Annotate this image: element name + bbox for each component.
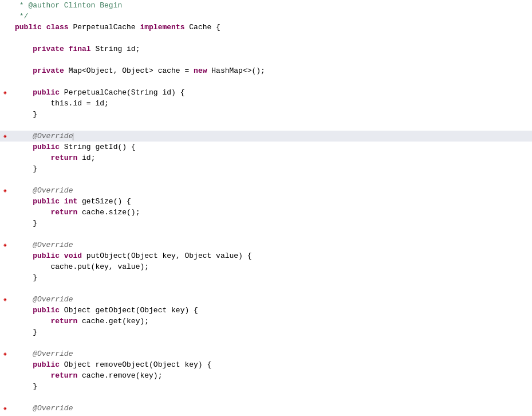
- syntax-token: */: [15, 12, 28, 21]
- code-line: * @author Clinton Begin: [0, 0, 532, 11]
- code-text: @Override: [10, 240, 532, 250]
- gutter-marker: [0, 196, 10, 207]
- code-text: [10, 33, 532, 44]
- syntax-token: cache.get(key);: [77, 317, 149, 325]
- code-text: public class PerpetualCache implements C…: [10, 22, 532, 33]
- code-text: return id;: [10, 152, 532, 163]
- gutter-marker: [0, 98, 10, 109]
- gutter-marker: [0, 152, 10, 163]
- code-text: private final String id;: [10, 44, 532, 54]
- gutter-marker: [0, 44, 10, 54]
- syntax-token: [64, 45, 69, 53]
- code-line: public void putObject(Object key, Object…: [0, 250, 532, 261]
- code-text: cache.put(key, value);: [10, 261, 532, 272]
- code-line: return cache.size();: [0, 207, 532, 218]
- code-text: public Object removeObject(Object key) {: [10, 359, 532, 370]
- code-text: ...: [10, 414, 532, 416]
- code-line: ◉ @Override: [0, 403, 532, 414]
- code-text: [10, 392, 532, 403]
- syntax-token: @Override: [33, 295, 73, 304]
- code-line: [0, 283, 532, 294]
- syntax-token: int: [64, 197, 77, 206]
- syntax-token: final: [69, 45, 91, 53]
- code-line: private final String id;: [0, 44, 532, 54]
- gutter-marker: ◉: [0, 131, 10, 142]
- code-line: return cache.remove(key);: [0, 370, 532, 381]
- syntax-token: [15, 208, 50, 217]
- syntax-token: @Override: [33, 241, 73, 249]
- syntax-token: cache.size();: [77, 208, 140, 217]
- code-text: }: [10, 109, 532, 120]
- code-line: [0, 33, 532, 44]
- code-text: return cache.size();: [10, 207, 532, 218]
- syntax-token: [15, 241, 33, 249]
- syntax-token: this.id = id;: [15, 99, 109, 108]
- syntax-token: [15, 317, 50, 325]
- code-line: }: [0, 272, 532, 283]
- gutter-marker: [0, 142, 10, 152]
- code-text: @Override: [10, 185, 532, 196]
- code-line: ◉ @Override: [0, 131, 532, 142]
- syntax-token: @Override: [33, 186, 73, 195]
- syntax-token: [15, 45, 33, 53]
- code-line: ◉ @Override: [0, 185, 532, 196]
- code-text: public void putObject(Object key, Object…: [10, 250, 532, 261]
- code-line: cache.put(key, value);: [0, 261, 532, 272]
- syntax-token: @Override: [33, 350, 73, 358]
- syntax-token: [15, 66, 33, 75]
- code-text: @Override: [10, 131, 532, 142]
- gutter-marker: [0, 174, 10, 185]
- gutter-marker: [0, 11, 10, 22]
- code-line: ...: [0, 414, 532, 416]
- code-line: }: [0, 163, 532, 174]
- syntax-token: public: [33, 252, 60, 260]
- gutter-marker: ◉: [0, 348, 10, 359]
- code-line: [0, 337, 532, 348]
- code-text: [10, 54, 532, 65]
- code-line: return id;: [0, 152, 532, 163]
- syntax-token: Cache {: [184, 23, 220, 32]
- syntax-token: [15, 295, 33, 304]
- code-text: [10, 76, 532, 87]
- gutter-marker: [0, 120, 10, 131]
- code-line: private Map<Object, Object> cache = new …: [0, 65, 532, 76]
- syntax-token: return: [50, 371, 77, 380]
- syntax-token: [15, 404, 33, 413]
- gutter-marker: [0, 359, 10, 370]
- syntax-token: String getId() {: [60, 143, 136, 151]
- syntax-token: private: [33, 66, 64, 75]
- code-line: public Object removeObject(Object key) {: [0, 359, 532, 370]
- syntax-token: String id;: [91, 45, 140, 53]
- code-line: [0, 174, 532, 185]
- code-line: public Object getObject(Object key) {: [0, 305, 532, 316]
- syntax-token: [15, 371, 50, 380]
- code-text: private Map<Object, Object> cache = new …: [10, 65, 532, 76]
- code-editor[interactable]: * @author Clinton Begin */public class P…: [0, 0, 532, 416]
- syntax-token: }: [15, 164, 37, 173]
- code-text: return cache.get(key);: [10, 316, 532, 327]
- syntax-token: @author: [28, 1, 60, 10]
- syntax-token: public: [33, 197, 60, 206]
- syntax-token: [15, 132, 33, 140]
- code-text: @Override: [10, 403, 532, 414]
- gutter-marker: [0, 207, 10, 218]
- code-line: [0, 120, 532, 131]
- gutter-marker: [0, 381, 10, 392]
- gutter-marker: [0, 392, 10, 403]
- code-line: public int getSize() {: [0, 196, 532, 207]
- code-line: this.id = id;: [0, 98, 532, 109]
- code-line: }: [0, 381, 532, 392]
- gutter-marker: ◉: [0, 403, 10, 414]
- code-line: [0, 229, 532, 240]
- syntax-token: Object removeObject(Object key) {: [60, 360, 211, 369]
- gutter-marker: [0, 65, 10, 76]
- code-text: }: [10, 218, 532, 229]
- syntax-token: public: [33, 360, 60, 369]
- gutter-marker: [0, 283, 10, 294]
- code-text: [10, 283, 532, 294]
- gutter-marker: [0, 305, 10, 316]
- code-text: return cache.remove(key);: [10, 370, 532, 381]
- code-text: }: [10, 272, 532, 283]
- syntax-token: @Override: [33, 404, 73, 413]
- syntax-token: implements: [140, 23, 184, 32]
